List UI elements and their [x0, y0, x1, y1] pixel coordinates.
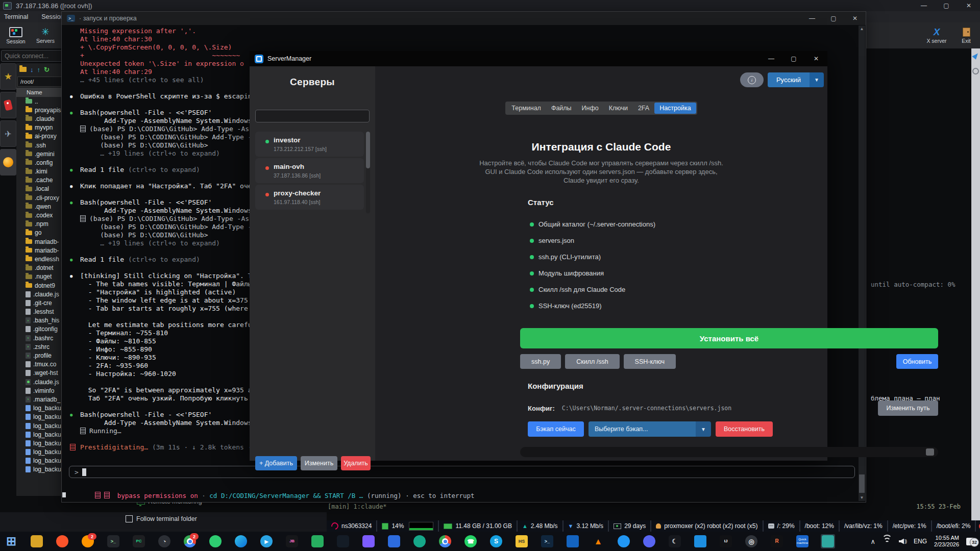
scrollbar-thumb[interactable]: [859, 474, 865, 493]
server-list-scrollbar[interactable]: [366, 132, 370, 213]
refresh-button[interactable]: Обновить: [896, 354, 938, 369]
tab-файлы[interactable]: Файлы: [546, 103, 577, 114]
terminal-blue[interactable]: >_: [540, 534, 554, 548]
scrollbar-thumb[interactable]: [926, 448, 934, 456]
purple-tile-app[interactable]: [361, 534, 376, 548]
blue-tile-app[interactable]: [387, 534, 401, 548]
backup-select[interactable]: Выберите бэкап... ▼: [589, 421, 711, 437]
sftp-browser-tab[interactable]: [0, 149, 16, 176]
chrome-profile-2[interactable]: [438, 534, 452, 548]
gauge-app[interactable]: ◔: [157, 534, 172, 548]
statusbar-close-button[interactable]: ✕: [976, 520, 980, 532]
obs-studio[interactable]: ◎: [744, 534, 758, 548]
horizontal-scrollbar[interactable]: [520, 447, 938, 457]
parent-folder-icon[interactable]: [19, 67, 27, 72]
close-icon[interactable]: ✕: [844, 12, 866, 25]
x-server-button[interactable]: X X server: [923, 23, 950, 47]
jetbrains-toolbox[interactable]: JB: [285, 534, 299, 548]
pycharm[interactable]: PC: [132, 534, 146, 548]
server-search-input[interactable]: [255, 110, 370, 122]
restore-button[interactable]: Восстановить: [716, 421, 773, 437]
wifi-icon[interactable]: [883, 538, 892, 545]
terminal-scrollbar[interactable]: ▲ ▼: [859, 26, 865, 501]
add-server-button[interactable]: + Добавить: [255, 456, 297, 470]
favorites-tab[interactable]: ★: [0, 63, 16, 90]
moon-app[interactable]: ☾: [668, 534, 682, 548]
minimize-icon[interactable]: —: [760, 51, 782, 66]
server-card-investor[interactable]: investor173.212.212.157 [ssh]: [255, 132, 364, 157]
clock[interactable]: 10:55 AM 2/23/2026: [934, 535, 959, 548]
whatsapp[interactable]: ☎: [463, 534, 478, 548]
notification-center-icon[interactable]: 32: [966, 538, 975, 545]
install-ssh--button[interactable]: SSH-ключ: [624, 354, 676, 369]
quick-machine[interactable]: Quickmachine: [795, 534, 810, 548]
maximize-icon[interactable]: ▢: [935, 0, 958, 11]
session-button[interactable]: Session: [2, 23, 30, 47]
scrollbar-thumb[interactable]: [366, 132, 370, 168]
close-icon[interactable]: ✕: [958, 0, 980, 11]
minimize-icon[interactable]: —: [913, 0, 935, 11]
scroll-down-icon[interactable]: ▼: [859, 495, 865, 500]
refresh-icon[interactable]: ↻: [44, 66, 50, 73]
telegram[interactable]: ▸: [259, 534, 274, 548]
anydesk[interactable]: [208, 534, 223, 548]
menu-terminal[interactable]: Terminal: [4, 13, 28, 20]
maximize-icon[interactable]: ▢: [782, 51, 805, 66]
follow-terminal-folder-checkbox[interactable]: Follow terminal folder: [126, 515, 197, 522]
install-ssh-py-button[interactable]: ssh.py: [520, 354, 561, 369]
heidisql[interactable]: HS: [514, 534, 529, 548]
terminal-app[interactable]: >_: [106, 534, 120, 548]
file-explorer[interactable]: [30, 534, 44, 548]
server-card-main-ovh[interactable]: main-ovh37.187.136.86 [ssh]: [255, 158, 364, 183]
tab-инфо[interactable]: Инфо: [577, 103, 604, 114]
exit-button[interactable]: Exit: [952, 23, 980, 47]
discord[interactable]: [642, 534, 656, 548]
close-icon[interactable]: ✕: [805, 51, 827, 66]
vlc[interactable]: ▲: [591, 534, 605, 548]
maximize-icon[interactable]: ▢: [823, 12, 844, 25]
terminal-titlebar[interactable]: >_ · запуск и проверка — ▢ ✕: [62, 12, 866, 25]
tray-chevron-icon[interactable]: ∧: [871, 538, 876, 545]
servermanager-titlebar[interactable]: ServerManager — ▢ ✕: [250, 51, 827, 66]
teal-app[interactable]: [412, 534, 427, 548]
docker[interactable]: [693, 534, 707, 548]
ring-icon[interactable]: [972, 68, 979, 74]
sessions-tab[interactable]: ✈: [0, 120, 16, 147]
language-select[interactable]: Русский ▼: [768, 72, 824, 87]
chrome-browser[interactable]: 2: [183, 534, 197, 548]
blue-circle-app[interactable]: [617, 534, 631, 548]
install--ssh-button[interactable]: Скилл /ssh: [565, 354, 619, 369]
brave-browser[interactable]: [55, 534, 69, 548]
tools-tab[interactable]: [0, 92, 16, 118]
input-language-button[interactable]: ENG: [914, 538, 927, 545]
tab-настройка[interactable]: Настройка: [654, 103, 696, 114]
tab-ключи[interactable]: Ключи: [604, 103, 633, 114]
edge-browser[interactable]: [234, 534, 248, 548]
edit-server-button[interactable]: Изменить: [301, 456, 337, 470]
backup-now-button[interactable]: Бэкап сейчас: [528, 421, 584, 437]
servers-button[interactable]: ✳ Servers: [32, 23, 59, 47]
green-tile-app[interactable]: [310, 534, 325, 548]
install-all-button[interactable]: Установить всё: [520, 328, 938, 348]
firefox-browser[interactable]: 2: [81, 534, 95, 548]
tab-2fa[interactable]: 2FA: [633, 103, 654, 114]
tab-терминал[interactable]: Терминал: [506, 103, 546, 114]
minimize-icon[interactable]: —: [801, 12, 823, 25]
skype[interactable]: S: [489, 534, 503, 548]
remote-viewer[interactable]: [821, 534, 835, 548]
upload-icon[interactable]: ↑: [37, 66, 41, 73]
download-icon[interactable]: ↓: [30, 66, 34, 73]
intellij-idea[interactable]: IJ: [719, 534, 733, 548]
info-button[interactable]: i: [740, 72, 764, 87]
trading-app[interactable]: [336, 534, 350, 548]
quill-icon[interactable]: [972, 52, 979, 60]
change-path-button[interactable]: Изменить путь: [878, 400, 938, 416]
server-card-proxy-checker[interactable]: proxy-checker161.97.118.40 [ssh]: [255, 185, 364, 210]
scroll-up-icon[interactable]: ▲: [859, 27, 865, 31]
vscode[interactable]: [566, 534, 580, 548]
rider[interactable]: R: [770, 534, 784, 548]
start-button[interactable]: ⊞: [4, 534, 18, 548]
volume-icon[interactable]: )): [899, 539, 906, 544]
delete-server-button[interactable]: Удалить: [341, 456, 371, 470]
terminal-prompt-input[interactable]: >: [69, 466, 855, 478]
